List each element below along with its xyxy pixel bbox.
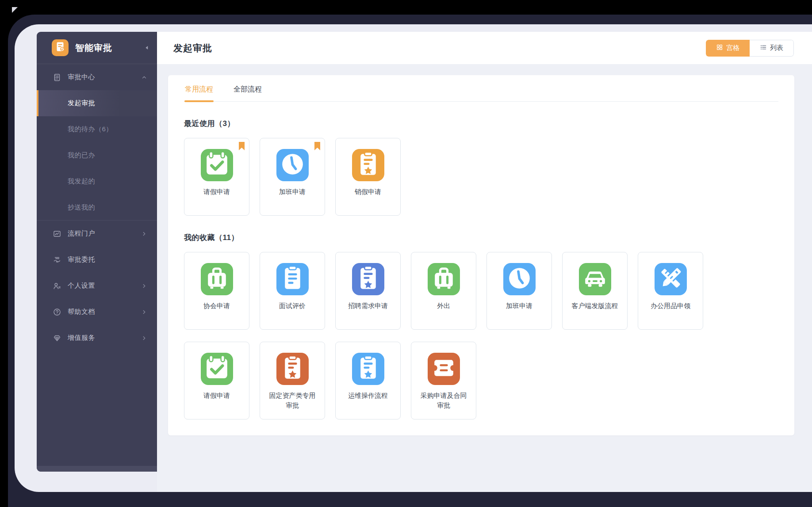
process-icon-tile [276,149,309,181]
process-icon-tile [428,263,460,295]
sidebar-nav-item[interactable]: 抄送我的 [37,194,157,221]
process-card[interactable]: 客户端发版流程 [562,252,628,330]
sidebar-item-label: 个人设置 [68,282,95,290]
briefcase-icon [428,262,460,296]
person-icon [53,282,61,290]
grid-view-button[interactable]: 宫格 [706,40,750,57]
section-title: 我的收藏（11） [184,233,778,243]
chevron-right-icon [141,231,147,237]
clipboard-star-icon [352,352,384,386]
clipboard-lines-icon [276,262,309,296]
calendar-check-icon [201,352,233,386]
chevron-right-icon [141,335,147,341]
process-card-label: 请假申请 [191,391,243,400]
tab-label: 常用流程 [185,85,213,93]
grid-view-label: 宫格 [726,44,739,52]
tag-icon [53,334,61,343]
process-card[interactable]: 招聘需求申请 [335,252,401,330]
process-card-label: 加班申请 [266,187,318,197]
process-card-label: 客户端发版流程 [569,301,621,311]
sidebar-item-label: 发起审批 [68,99,95,107]
process-card[interactable]: 销假申请 [335,138,401,216]
process-card-label: 面试评价 [266,301,318,311]
ticket-icon [428,352,460,386]
process-card-label: 销假申请 [342,187,394,197]
cursor-arrow-icon [12,7,18,13]
process-card[interactable]: 外出 [411,252,476,330]
process-tab[interactable]: 全部流程 [233,75,263,101]
process-section: 最近使用（3） 请假申请 加班申请 [184,118,778,216]
clipboard-star-icon [276,352,309,386]
sidebar-item-label: 增值服务 [68,334,95,342]
process-tab[interactable]: 常用流程 [184,75,214,101]
process-card[interactable]: 运维操作流程 [335,342,401,419]
process-section: 我的收藏（11） 协会申请 面试评价 [184,233,778,419]
process-panel: 常用流程 全部流程 最近使用（3） [168,75,794,435]
sidebar-nav-item[interactable]: 审批委托 [37,247,157,273]
sidebar-item-label: 我发起的 [68,177,95,186]
list-view-label: 列表 [770,44,783,52]
process-icon-tile [201,149,233,181]
page-title: 发起审批 [173,42,212,54]
process-card-label: 加班申请 [493,301,545,311]
process-card-label: 外出 [417,301,470,311]
sidebar-item-label: 审批委托 [68,255,95,264]
process-card[interactable]: 请假申请 [184,342,249,419]
sidebar-nav-item[interactable]: 帮助文档 [37,299,157,325]
delegate-icon [53,255,61,264]
sidebar-nav-item[interactable]: 审批中心 [37,64,157,90]
chevron-right-icon [141,309,147,315]
process-icon-tile [352,263,384,295]
pen-ruler-icon [655,262,687,296]
bookmark-icon[interactable] [239,142,245,150]
sidebar-nav-item[interactable]: 我的待办（6） [37,116,157,142]
sidebar-nav-item[interactable]: 发起审批 [37,90,157,116]
calendar-check-icon [201,148,233,182]
process-card[interactable]: 面试评价 [260,252,325,330]
sidebar-header: 智能审批 [37,32,157,64]
clock-icon [503,262,536,296]
sidebar-item-label: 我的待办（6） [68,125,113,133]
sidebar-item-label: 我的已办 [68,151,95,160]
desktop-background: 智能审批 审批中心 发起审批 我的待办（6） [0,0,812,507]
process-card[interactable]: 办公用品申领 [638,252,703,330]
clipboard-star-icon [352,148,384,182]
sidebar-nav: 审批中心 发起审批 我的待办（6） 我的已办 [37,64,157,351]
sections: 最近使用（3） 请假申请 加班申请 [184,118,778,419]
portal-icon [53,229,61,238]
list-view-button[interactable]: 列表 [750,40,794,57]
main-area: 发起审批 宫格 列表 常用 [157,32,812,492]
sidebar-nav-item[interactable]: 流程门户 [37,221,157,247]
process-card[interactable]: 固定资产类专用审批 [260,342,325,419]
process-card[interactable]: 采购申请及合同审批 [411,342,476,419]
process-card[interactable]: 请假申请 [184,138,249,216]
grid-icon [716,44,723,52]
process-icon-tile [579,263,611,295]
view-toggle: 宫格 列表 [706,40,794,57]
sidebar-nav-item[interactable]: 增值服务 [37,325,157,351]
process-icon-tile [352,149,384,181]
chevron-right-icon [141,283,147,289]
collapse-left-icon [143,46,151,53]
process-card[interactable]: 加班申请 [486,252,552,330]
content-area: 常用流程 全部流程 最近使用（3） [157,64,812,492]
process-icon-tile [201,353,233,385]
sidebar-collapse-button[interactable] [143,44,151,52]
process-card-label: 协会申请 [191,301,243,311]
clipboard-icon [53,73,61,82]
sidebar-nav-item[interactable]: 我的已办 [37,142,157,168]
sidebar-nav-item[interactable]: 我发起的 [37,168,157,194]
process-card[interactable]: 协会申请 [184,252,249,330]
sidebar-footer [37,466,157,472]
clipboard-star-icon [352,262,384,296]
list-icon [760,44,767,52]
sidebar-nav-item[interactable]: 个人设置 [37,273,157,299]
tab-label: 全部流程 [234,85,262,93]
sidebar-item-label: 帮助文档 [68,308,95,316]
process-card[interactable]: 加班申请 [260,138,325,216]
app-logo [52,39,69,56]
bookmark-icon[interactable] [314,142,320,150]
app-title: 智能审批 [75,42,112,54]
process-icon-tile [503,263,536,295]
process-icon-tile [276,353,309,385]
